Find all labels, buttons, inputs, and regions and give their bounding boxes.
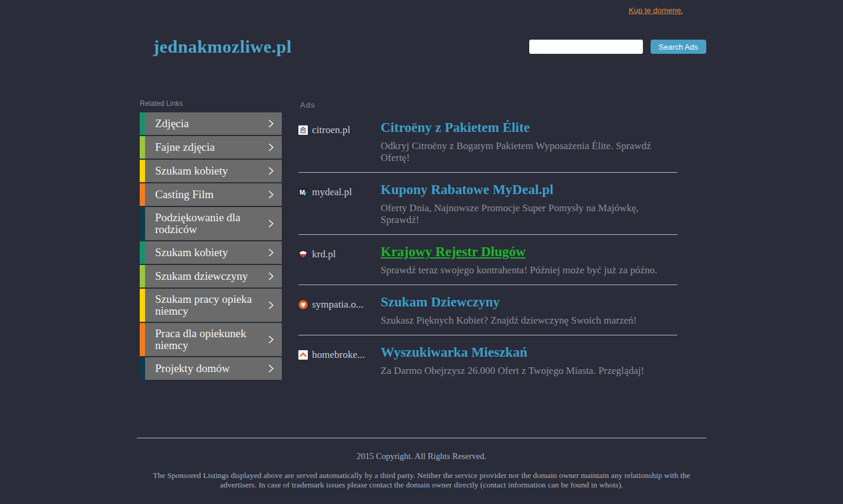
sidebar-item-zdjecia[interactable]: Zdjęcia (140, 112, 282, 135)
sidebar-item-label: Casting Film (155, 189, 217, 201)
ad-source: My mydeal.pl (298, 182, 381, 226)
ad-domain: mydeal.pl (312, 186, 352, 199)
ad-description: Za Darmo Obejrzysz 26.000 Ofert z Twojeg… (381, 365, 677, 377)
ad-listing-sympatia: sympatia.o... Szukam Dziewczyny Szukasz … (298, 285, 677, 335)
header: jednakmozliwe.pl Search Ads (137, 0, 706, 62)
ad-title-link[interactable]: Kupony Rabatowe MyDeal.pl (381, 182, 554, 198)
chevron-right-icon (268, 248, 274, 257)
sidebar-item-szukam-pracy[interactable]: Szukam pracy opieka niemcy (140, 289, 282, 322)
chevron-right-icon (268, 335, 274, 344)
copyright-text: 2015 Copyright. All Rights Reserved. (137, 451, 706, 461)
ad-source: krd.pl (298, 244, 381, 276)
related-links-sidebar: Related Links Zdjęcia Fajne zdjęcia Szuk… (140, 99, 282, 385)
ads-heading: Ads (300, 101, 677, 109)
sidebar-item-label: Szukam kobiety (155, 247, 231, 259)
ad-description: Sprawdź teraz swojego kontrahenta! Późni… (381, 264, 677, 276)
sidebar-item-label: Szukam dziewczyny (155, 270, 252, 282)
ad-title-link[interactable]: Szukam Dziewczyny (381, 294, 500, 311)
sidebar-item-projekty-domow[interactable]: Projekty domów (140, 357, 282, 380)
ad-domain: sympatia.o... (312, 298, 363, 311)
ad-content: Krajowy Rejestr Długów Sprawdź teraz swo… (381, 244, 677, 276)
sidebar-item-szukam-kobiety[interactable]: Szukam kobiety (140, 160, 282, 182)
ad-source: sympatia.o... (298, 294, 381, 327)
chevron-right-icon (268, 190, 274, 199)
search-input[interactable] (529, 40, 643, 54)
ad-title-link[interactable]: Krajowy Rejestr Długów (381, 244, 526, 260)
ad-content: Wyszukiwarka Mieszkań Za Darmo Obejrzysz… (381, 344, 677, 377)
svg-text:y: y (304, 190, 307, 196)
chevron-right-icon (268, 166, 274, 176)
chevron-right-icon (268, 119, 274, 128)
page-container: jednakmozliwe.pl Search Ads Related Link… (137, 0, 706, 385)
ad-source: citroen.pl (298, 119, 381, 164)
sidebar-item-label: Fajne zdjęcia (155, 141, 218, 153)
ad-title-link[interactable]: Wyszukiwarka Mieszkań (381, 344, 527, 361)
sidebar-item-label: Projekty domów (155, 363, 233, 374)
main-content: Related Links Zdjęcia Fajne zdjęcia Szuk… (137, 99, 706, 385)
homebroker-house-icon (298, 350, 308, 360)
sidebar-item-label: Szukam pracy opieka niemcy (155, 293, 268, 317)
ad-title-link[interactable]: Citroëny z Pakietem Élite (381, 119, 530, 136)
sidebar-item-podziekowanie[interactable]: Podziękowanie dla rodziców (140, 207, 282, 240)
sidebar-item-label: Praca dla opiekunek niemcy (155, 328, 268, 351)
ad-content: Szukam Dziewczyny Szukasz Pięknych Kobie… (381, 294, 677, 327)
sidebar-item-label: Podziękowanie dla rodziców (155, 212, 268, 235)
ad-domain: citroen.pl (312, 124, 350, 137)
ad-listing-krd: krd.pl Krajowy Rejestr Długów Sprawdź te… (298, 235, 677, 285)
ad-domain: homebroke... (312, 348, 365, 361)
ad-source: homebroke... (298, 344, 381, 377)
footer: 2015 Copyright. All Rights Reserved. The… (137, 438, 706, 504)
sidebar-item-szukam-kobiety-2[interactable]: Szukam kobiety (140, 241, 282, 264)
domain-logo: jednakmozliwe.pl (153, 37, 292, 57)
citroen-chevrons-icon (298, 125, 308, 135)
sidebar-item-fajne-zdjecia[interactable]: Fajne zdjęcia (140, 136, 282, 159)
sidebar-item-szukam-dziewczyny[interactable]: Szukam dziewczyny (140, 265, 282, 287)
sidebar-item-praca-opiekunki[interactable]: Praca dla opiekunek niemcy (140, 323, 282, 356)
sponsored-listings-disclaimer: The Sponsored Listings displayed above a… (149, 471, 694, 489)
chevron-right-icon (268, 143, 274, 152)
sympatia-heart-icon (298, 300, 308, 309)
sidebar-item-label: Szukam kobiety (155, 165, 231, 177)
chevron-right-icon (268, 219, 274, 228)
krd-shield-icon (298, 250, 308, 259)
chevron-right-icon (268, 301, 274, 310)
sidebar-item-label: Zdjęcia (155, 118, 192, 130)
ad-listing-citroen: citroen.pl Citroëny z Pakietem Élite Odk… (298, 111, 677, 173)
sidebar-item-casting-film[interactable]: Casting Film (140, 183, 282, 206)
chevron-right-icon (268, 364, 274, 373)
mydeal-icon: My (298, 188, 308, 197)
ad-listing-homebroker: homebroke... Wyszukiwarka Mieszkań Za Da… (298, 335, 677, 385)
ad-listing-mydeal: My mydeal.pl Kupony Rabatowe MyDeal.pl O… (298, 173, 677, 235)
ad-description: Szukasz Pięknych Kobiet? Znajdź dziewczy… (381, 315, 677, 327)
ad-description: Odkryj Citroëny z Bogatym Pakietem Wypos… (381, 140, 677, 164)
ad-description: Oferty Dnia, Najnowsze Promocje Super Po… (381, 202, 677, 226)
chevron-right-icon (268, 272, 274, 281)
ad-content: Citroëny z Pakietem Élite Odkryj Citroën… (381, 119, 677, 164)
ad-content: Kupony Rabatowe MyDeal.pl Oferty Dnia, N… (381, 182, 677, 226)
search-ads-button[interactable]: Search Ads (651, 40, 707, 54)
ads-list: Ads citroen.pl Citroëny z Pakietem Élite… (298, 99, 677, 385)
related-links-heading: Related Links (140, 99, 282, 108)
ad-domain: krd.pl (312, 248, 336, 261)
search-bar: Search Ads (529, 40, 707, 54)
